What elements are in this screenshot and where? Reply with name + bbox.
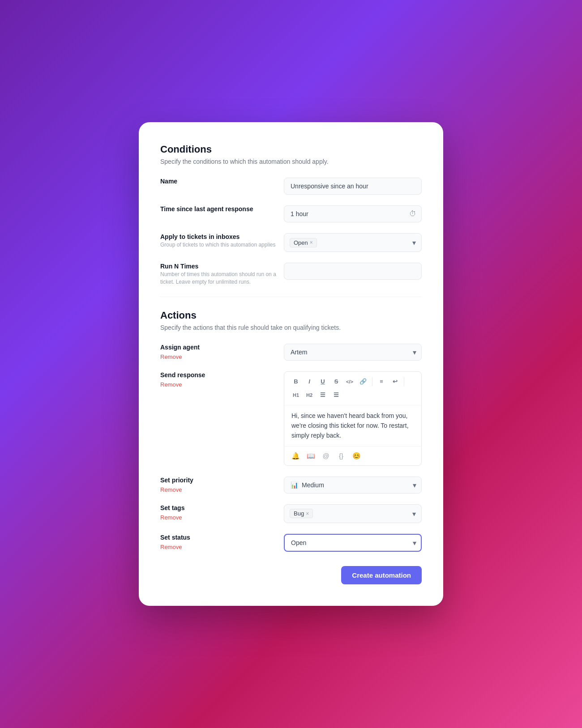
- assign-agent-select[interactable]: Artem: [284, 344, 422, 361]
- clock-icon: ⏱: [409, 210, 416, 218]
- priority-select-wrapper: 📊 Medium: [284, 477, 422, 494]
- run-n-times-label-col: Run N Times Number of times this automat…: [160, 263, 277, 286]
- set-tags-input-col: Bug ×: [284, 504, 422, 523]
- set-status-input-col: Open Resolved Pending Snoozed: [284, 534, 422, 552]
- tags-tag-select[interactable]: Bug ×: [284, 504, 422, 523]
- send-response-label: Send response: [160, 371, 277, 379]
- section-divider: [160, 297, 422, 297]
- rich-footer: 🔔 📖 @ {} 😊: [284, 446, 421, 465]
- set-tags-field-row: Set tags Remove Bug ×: [160, 504, 422, 523]
- rich-editor: B I U S </> 🔗 ≡ ↩ H1 H2 ☰ ☰: [284, 371, 422, 466]
- set-priority-label-col: Set priority Remove: [160, 477, 277, 494]
- bug-tag-text: Bug: [294, 510, 304, 517]
- conditions-title: Conditions: [160, 144, 422, 155]
- send-response-remove[interactable]: Remove: [160, 381, 182, 388]
- set-priority-label: Set priority: [160, 477, 277, 484]
- time-since-label-col: Time since last agent response: [160, 205, 277, 213]
- actions-section: Actions Specify the actions that this ru…: [160, 310, 422, 552]
- set-tags-label: Set tags: [160, 504, 277, 511]
- modal-footer: Create automation: [160, 562, 422, 584]
- automation-modal: Conditions Specify the conditions to whi…: [139, 122, 443, 606]
- status-select[interactable]: Open Resolved Pending Snoozed: [284, 534, 422, 552]
- undo-button[interactable]: ↩: [389, 375, 401, 388]
- set-priority-remove[interactable]: Remove: [160, 486, 182, 493]
- at-icon[interactable]: @: [320, 450, 332, 462]
- run-n-times-field-row: Run N Times Number of times this automat…: [160, 263, 422, 286]
- bug-tag-remove[interactable]: ×: [306, 511, 309, 517]
- time-since-input-col: ⏱: [284, 205, 422, 222]
- h2-button[interactable]: H2: [303, 389, 316, 401]
- name-input-col: [284, 178, 422, 195]
- inbox-label: Apply to tickets in inboxes: [160, 233, 277, 240]
- run-n-times-input-col: [284, 263, 422, 280]
- set-tags-label-col: Set tags Remove: [160, 504, 277, 521]
- rich-editor-content[interactable]: Hi, since we haven't heard back from you…: [284, 405, 421, 446]
- time-since-label: Time since last agent response: [160, 205, 277, 213]
- underline-button[interactable]: U: [317, 375, 329, 388]
- emoji-icon[interactable]: 😊: [351, 450, 362, 462]
- actions-title: Actions: [160, 310, 422, 321]
- name-input[interactable]: [284, 178, 422, 195]
- run-n-times-input[interactable]: [284, 263, 422, 280]
- bug-tag-badge: Bug ×: [290, 509, 313, 518]
- conditions-section: Conditions Specify the conditions to whi…: [160, 144, 422, 286]
- run-n-times-sublabel: Number of times this automation should r…: [160, 271, 277, 286]
- bullet-list-button[interactable]: ☰: [317, 389, 329, 401]
- priority-value: Medium: [302, 481, 324, 489]
- priority-display[interactable]: 📊 Medium: [284, 477, 422, 494]
- inbox-label-col: Apply to tickets in inboxes Group of tic…: [160, 233, 277, 249]
- send-response-editor-col: B I U S </> 🔗 ≡ ↩ H1 H2 ☰ ☰: [284, 371, 422, 466]
- send-response-field-row: Send response Remove B I U S </> 🔗 ≡ ↩: [160, 371, 422, 466]
- strikethrough-button[interactable]: S: [330, 375, 342, 388]
- inbox-field-row: Apply to tickets in inboxes Group of tic…: [160, 233, 422, 252]
- time-since-field-row: Time since last agent response ⏱: [160, 205, 422, 222]
- inbox-sublabel: Group of tickets to which this automatio…: [160, 241, 277, 249]
- set-status-field-row: Set status Remove Open Resolved Pending …: [160, 534, 422, 552]
- assign-agent-remove[interactable]: Remove: [160, 353, 182, 360]
- italic-button[interactable]: I: [303, 375, 316, 388]
- assign-agent-field-row: Assign agent Remove Artem: [160, 344, 422, 361]
- ol-button[interactable]: ≡: [375, 375, 388, 388]
- set-status-label-col: Set status Remove: [160, 534, 277, 551]
- toolbar-sep-2: [404, 377, 404, 386]
- set-tags-remove[interactable]: Remove: [160, 514, 182, 521]
- time-since-input[interactable]: [284, 205, 422, 222]
- inbox-input-col: Open ×: [284, 233, 422, 252]
- assign-agent-label-col: Assign agent Remove: [160, 344, 277, 361]
- assign-agent-select-wrapper: Artem: [284, 344, 422, 361]
- open-tag-remove[interactable]: ×: [310, 239, 313, 246]
- run-n-times-label: Run N Times: [160, 263, 277, 270]
- status-select-wrapper: Open Resolved Pending Snoozed: [284, 534, 422, 552]
- inbox-tag-select[interactable]: Open ×: [284, 233, 422, 252]
- name-field-row: Name: [160, 178, 422, 195]
- bar-chart-icon: 📊: [291, 481, 298, 489]
- assign-agent-input-col: Artem: [284, 344, 422, 361]
- link-button[interactable]: 🔗: [357, 375, 369, 388]
- book-icon[interactable]: 📖: [305, 450, 317, 462]
- set-status-remove[interactable]: Remove: [160, 544, 182, 550]
- assign-agent-label: Assign agent: [160, 344, 277, 351]
- mention-icon[interactable]: 🔔: [290, 450, 301, 462]
- conditions-desc: Specify the conditions to which this aut…: [160, 158, 422, 165]
- set-priority-field-row: Set priority Remove 📊 Medium: [160, 477, 422, 494]
- toolbar-sep-1: [372, 377, 372, 386]
- create-automation-button[interactable]: Create automation: [341, 566, 422, 584]
- rich-toolbar: B I U S </> 🔗 ≡ ↩ H1 H2 ☰ ☰: [284, 372, 421, 405]
- set-status-label: Set status: [160, 534, 277, 541]
- bold-button[interactable]: B: [290, 375, 302, 388]
- template-icon[interactable]: {}: [335, 450, 347, 462]
- code-button[interactable]: </>: [343, 375, 356, 388]
- actions-desc: Specify the actions that this rule shoul…: [160, 324, 422, 331]
- indent-button[interactable]: ☰: [330, 389, 342, 401]
- name-label-col: Name: [160, 178, 277, 186]
- open-tag-text: Open: [294, 239, 308, 246]
- open-tag-badge: Open ×: [290, 238, 317, 247]
- name-label: Name: [160, 178, 277, 185]
- send-response-label-col: Send response Remove: [160, 371, 277, 388]
- h1-button[interactable]: H1: [290, 389, 302, 401]
- set-priority-input-col: 📊 Medium: [284, 477, 422, 494]
- time-since-wrapper: ⏱: [284, 205, 422, 222]
